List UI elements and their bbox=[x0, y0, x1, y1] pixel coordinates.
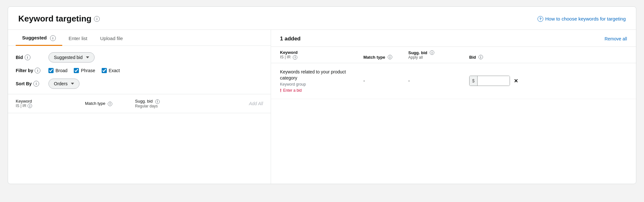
suggested-tab-info-icon[interactable]: i bbox=[50, 35, 56, 41]
table-row: Keywords related to your product categor… bbox=[271, 63, 636, 99]
remove-row-icon[interactable]: ✕ bbox=[514, 78, 518, 84]
help-circle-icon: ? bbox=[538, 16, 543, 22]
th-sugg-bid-sub: Regular days bbox=[135, 104, 186, 108]
rth-keyword: Keyword IS | IR i bbox=[280, 50, 363, 60]
sort-dropdown[interactable]: Orders bbox=[48, 79, 80, 89]
broad-checkbox[interactable] bbox=[48, 68, 54, 73]
sort-info-icon[interactable]: i bbox=[33, 81, 39, 87]
rth-keyword-info-icon[interactable]: i bbox=[293, 55, 297, 60]
bid-row: Bid i Suggested bid bbox=[16, 52, 263, 63]
th-keyword-sub: IS | IR i bbox=[16, 104, 80, 108]
match-type-info-icon[interactable]: i bbox=[108, 102, 112, 106]
rth-match-type-info-icon[interactable]: i bbox=[388, 55, 392, 59]
bid-info-icon[interactable]: i bbox=[25, 55, 30, 60]
bid-input-wrapper: $ bbox=[469, 76, 510, 86]
left-panel: Suggested i Enter list Upload file Bid i bbox=[8, 30, 271, 184]
keyword-group-label: Keyword group bbox=[280, 82, 363, 87]
error-exclamation-icon: ! bbox=[280, 88, 282, 93]
rth-sugg-bid: Sugg. bid i Apply all bbox=[408, 50, 469, 60]
keyword-targeting-card: Keyword targeting i ? How to choose keyw… bbox=[8, 6, 636, 184]
filter-area: Bid i Suggested bid Filter by i bbox=[8, 46, 271, 94]
broad-checkbox-item[interactable]: Broad bbox=[48, 68, 67, 73]
filter-by-row: Filter by i Broad Phrase bbox=[16, 68, 263, 73]
tab-upload-file[interactable]: Upload file bbox=[94, 30, 129, 46]
keyword-sub-info-icon[interactable]: i bbox=[28, 104, 32, 108]
rth-sugg-bid-apply: Apply all bbox=[408, 55, 469, 60]
title-info-icon[interactable]: i bbox=[94, 16, 100, 22]
bid-dropdown-chevron-icon bbox=[86, 56, 89, 58]
rth-sugg-bid-info-icon[interactable]: i bbox=[430, 50, 434, 55]
sugg-bid-info-icon[interactable]: i bbox=[155, 99, 160, 104]
tab-suggested[interactable]: Suggested i bbox=[16, 30, 62, 46]
rth-match-type: Match type i bbox=[363, 55, 408, 60]
exact-checkbox-item[interactable]: Exact bbox=[102, 68, 120, 73]
filter-info-icon[interactable]: i bbox=[35, 68, 40, 73]
row-keyword: Keywords related to your product categor… bbox=[280, 69, 363, 93]
header-left: Keyword targeting i bbox=[18, 14, 100, 24]
tabs-container: Suggested i Enter list Upload file bbox=[8, 30, 271, 46]
suggested-bid-dropdown[interactable]: Suggested bid bbox=[48, 52, 95, 63]
bid-label: Bid i bbox=[16, 55, 45, 60]
page-title: Keyword targeting bbox=[18, 14, 91, 24]
right-panel-header: 1 added Remove all bbox=[271, 30, 636, 47]
row-match-type: - bbox=[363, 78, 408, 83]
th-match-type: Match type i bbox=[85, 101, 130, 106]
help-link-text: How to choose keywords for targeting bbox=[545, 16, 626, 21]
right-table-header: Keyword IS | IR i Match type i Sugg. b bbox=[271, 47, 636, 63]
remove-all-link[interactable]: Remove all bbox=[605, 36, 627, 41]
sort-by-label: Sort By i bbox=[16, 81, 45, 87]
filter-by-label: Filter by i bbox=[16, 68, 45, 73]
row-bid-cell: $ ✕ bbox=[469, 76, 627, 86]
sort-dropdown-chevron-icon bbox=[71, 83, 74, 85]
card-header: Keyword targeting i ? How to choose keyw… bbox=[8, 7, 636, 30]
th-add-all: Add All bbox=[191, 101, 263, 106]
phrase-checkbox[interactable] bbox=[74, 68, 79, 73]
rth-bid: Bid i bbox=[469, 55, 627, 60]
rth-keyword-sub: IS | IR i bbox=[280, 55, 363, 60]
added-count: 1 added bbox=[280, 36, 301, 42]
enter-bid-error: ! Enter a bid bbox=[280, 88, 363, 93]
tab-enter-list[interactable]: Enter list bbox=[62, 30, 94, 46]
row-sugg-bid: - bbox=[408, 78, 469, 83]
sort-by-row: Sort By i Orders bbox=[16, 79, 263, 89]
match-type-checkboxes: Broad Phrase Exact bbox=[48, 68, 120, 73]
keyword-main-text: Keywords related to your product categor… bbox=[280, 69, 363, 81]
th-keyword: Keyword IS | IR i bbox=[16, 99, 80, 108]
bid-currency-prefix: $ bbox=[470, 76, 478, 86]
bid-input-field[interactable] bbox=[478, 76, 510, 86]
help-link[interactable]: ? How to choose keywords for targeting bbox=[538, 16, 626, 22]
phrase-checkbox-item[interactable]: Phrase bbox=[74, 68, 95, 73]
rth-bid-info-icon[interactable]: i bbox=[479, 55, 483, 59]
content-area: Suggested i Enter list Upload file Bid i bbox=[8, 30, 636, 184]
left-table-header: Keyword IS | IR i Match type i Sugg. bid bbox=[8, 94, 271, 113]
exact-checkbox[interactable] bbox=[102, 68, 107, 73]
th-sugg-bid: Sugg. bid i Regular days bbox=[135, 99, 186, 108]
right-panel: 1 added Remove all Keyword IS | IR i Mat bbox=[271, 30, 636, 184]
